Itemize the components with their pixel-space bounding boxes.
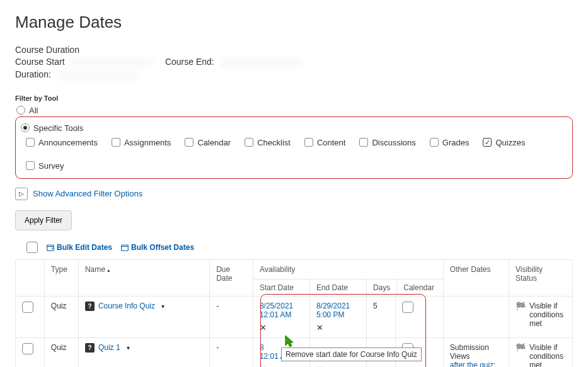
filter-all-label: All bbox=[29, 106, 38, 115]
row-visibility-status: Visible if conditions met bbox=[529, 343, 566, 367]
calendar-edit-icon bbox=[47, 244, 54, 251]
row-days: 5 bbox=[373, 302, 378, 310]
row-start-date-link[interactable]: 8/25/2021 bbox=[260, 302, 293, 310]
row-type: Quiz bbox=[44, 337, 78, 367]
page-title: Manage Dates bbox=[15, 13, 573, 32]
course-duration-section: Course Duration Course Start Course End:… bbox=[15, 45, 573, 81]
tooltip: Remove start date for Course Info Quiz bbox=[281, 347, 422, 361]
quiz-icon: ? bbox=[85, 343, 95, 353]
filter-by-tool-header: Filter by Tool bbox=[15, 94, 573, 102]
row-type: Quiz bbox=[44, 296, 78, 337]
row-other-dates bbox=[443, 296, 509, 337]
tool-quizzes-label: Quizzes bbox=[495, 138, 525, 147]
bulk-select-all-checkbox[interactable] bbox=[26, 242, 38, 253]
row-other-dates: Submission Views after the quiz: bbox=[443, 337, 509, 367]
tool-checklist-checkbox[interactable] bbox=[245, 138, 253, 147]
quiz-icon: ? bbox=[85, 302, 95, 311]
row-select-checkbox[interactable] bbox=[22, 343, 33, 354]
col-due-header[interactable]: Due Date bbox=[210, 259, 253, 296]
tool-discussions-checkbox[interactable] bbox=[359, 138, 368, 147]
col-visibility-header: Visibility Status bbox=[509, 259, 572, 296]
filter-specific-tools-group: Specific Tools Announcements Assignments… bbox=[15, 116, 573, 179]
course-start-label: Course Start bbox=[15, 57, 65, 67]
row-other-dates-link[interactable]: after the quiz: bbox=[450, 361, 496, 367]
row-start-time-link[interactable]: 12:01 AM bbox=[260, 310, 292, 319]
row-name-link[interactable]: Course Info Quiz bbox=[98, 302, 155, 310]
tool-grades-label: Grades bbox=[442, 138, 470, 147]
col-days-header: Days bbox=[367, 279, 397, 296]
filter-all-radio[interactable] bbox=[16, 106, 25, 115]
calendar-offset-icon bbox=[121, 244, 129, 251]
tool-calendar-label: Calendar bbox=[197, 138, 231, 147]
apply-filter-button[interactable]: Apply Filter bbox=[15, 210, 72, 230]
col-end-date-header[interactable]: End Date bbox=[310, 279, 367, 296]
row-select-checkbox[interactable] bbox=[22, 302, 33, 313]
filter-specific-label: Specific Tools bbox=[33, 123, 83, 133]
cursor-pointer-icon bbox=[282, 334, 294, 349]
col-calendar-header: Calendar bbox=[397, 279, 441, 296]
chevron-down-icon[interactable]: ▾ bbox=[161, 303, 164, 310]
course-duration-heading: Course Duration bbox=[15, 45, 573, 55]
tool-checklist-label: Checklist bbox=[257, 138, 291, 147]
course-end-label: Course End: bbox=[165, 57, 214, 67]
col-type-header[interactable]: Type bbox=[44, 259, 78, 296]
tool-assignments-checkbox[interactable] bbox=[112, 138, 120, 147]
row-end-time-link[interactable]: 5:00 PM bbox=[316, 310, 345, 319]
visibility-conditional-icon: 🏁 bbox=[516, 302, 526, 311]
tool-survey-label: Survey bbox=[38, 161, 64, 171]
tool-announcements-label: Announcements bbox=[38, 138, 98, 147]
row-visibility-status: Visible if conditions met bbox=[529, 302, 566, 328]
remove-start-date-button[interactable]: ✕ bbox=[260, 323, 267, 332]
course-start-value bbox=[71, 57, 153, 67]
tool-assignments-label: Assignments bbox=[124, 138, 171, 147]
bulk-edit-dates-link[interactable]: Bulk Edit Dates bbox=[47, 243, 112, 252]
tool-calendar-checkbox[interactable] bbox=[185, 138, 193, 147]
row-calendar-checkbox[interactable] bbox=[402, 302, 413, 313]
duration-value bbox=[57, 71, 139, 81]
row-end-date-link[interactable]: 8/29/2021 bbox=[316, 302, 350, 310]
tool-content-checkbox[interactable] bbox=[304, 138, 313, 147]
tool-announcements-checkbox[interactable] bbox=[26, 138, 35, 147]
filter-specific-radio[interactable] bbox=[21, 123, 30, 132]
sort-ascending-icon: ▴ bbox=[107, 267, 110, 273]
remove-start-date-button[interactable]: ✕ bbox=[260, 364, 267, 367]
bulk-offset-dates-link[interactable]: Bulk Offset Dates bbox=[121, 243, 194, 252]
chevron-down-icon[interactable]: ▾ bbox=[127, 344, 130, 351]
svg-rect-2 bbox=[122, 245, 129, 251]
tool-content-label: Content bbox=[317, 138, 346, 147]
row-due-date: - bbox=[210, 296, 253, 337]
remove-end-date-button[interactable]: ✕ bbox=[316, 323, 323, 332]
remove-end-date-button[interactable]: ✕ bbox=[316, 364, 323, 367]
course-end-value bbox=[221, 57, 303, 67]
table-row: Quiz ? Course Info Quiz ▾ - 8/25/2021 12… bbox=[16, 296, 573, 337]
row-due-date: - bbox=[210, 337, 253, 367]
row-name-link[interactable]: Quiz 1 bbox=[98, 343, 120, 352]
row-start-date-link[interactable]: 8 bbox=[260, 343, 264, 352]
tool-quizzes-checkbox[interactable] bbox=[483, 138, 492, 147]
duration-label: Duration: bbox=[15, 69, 51, 79]
tool-discussions-label: Discussions bbox=[372, 138, 415, 147]
tool-grades-checkbox[interactable] bbox=[430, 138, 439, 147]
col-availability-header: Availability Start Date End Date Days Ca… bbox=[253, 259, 443, 296]
visibility-conditional-icon: 🏁 bbox=[516, 343, 526, 353]
tool-survey-checkbox[interactable] bbox=[26, 161, 35, 170]
col-start-date-header[interactable]: Start Date bbox=[253, 279, 310, 296]
col-other-dates-header: Other Dates bbox=[443, 259, 509, 296]
col-name-header[interactable]: Name ▴ bbox=[78, 259, 209, 296]
advanced-filter-link[interactable]: Show Advanced Filter Options bbox=[33, 189, 142, 198]
advanced-filter-expand-button[interactable]: ▷ bbox=[15, 188, 28, 200]
